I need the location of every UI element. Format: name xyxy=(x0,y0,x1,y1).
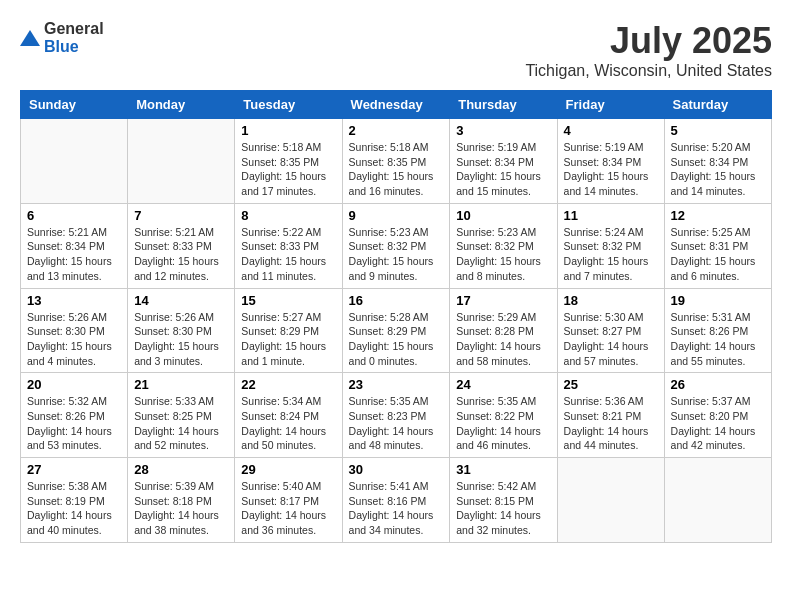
calendar-day-cell: 26Sunrise: 5:37 AM Sunset: 8:20 PM Dayli… xyxy=(664,373,771,458)
logo-icon xyxy=(20,30,40,46)
day-number: 3 xyxy=(456,123,550,138)
calendar-day-cell: 16Sunrise: 5:28 AM Sunset: 8:29 PM Dayli… xyxy=(342,288,450,373)
calendar-day-cell: 29Sunrise: 5:40 AM Sunset: 8:17 PM Dayli… xyxy=(235,458,342,543)
day-info: Sunrise: 5:20 AM Sunset: 8:34 PM Dayligh… xyxy=(671,140,765,199)
calendar-table: SundayMondayTuesdayWednesdayThursdayFrid… xyxy=(20,90,772,543)
day-info: Sunrise: 5:24 AM Sunset: 8:32 PM Dayligh… xyxy=(564,225,658,284)
calendar-day-cell: 23Sunrise: 5:35 AM Sunset: 8:23 PM Dayli… xyxy=(342,373,450,458)
day-info: Sunrise: 5:18 AM Sunset: 8:35 PM Dayligh… xyxy=(349,140,444,199)
calendar-day-cell: 18Sunrise: 5:30 AM Sunset: 8:27 PM Dayli… xyxy=(557,288,664,373)
day-number: 17 xyxy=(456,293,550,308)
location-title: Tichigan, Wisconsin, United States xyxy=(525,62,772,80)
day-info: Sunrise: 5:32 AM Sunset: 8:26 PM Dayligh… xyxy=(27,394,121,453)
day-number: 21 xyxy=(134,377,228,392)
calendar-day-cell: 28Sunrise: 5:39 AM Sunset: 8:18 PM Dayli… xyxy=(128,458,235,543)
calendar-day-cell: 20Sunrise: 5:32 AM Sunset: 8:26 PM Dayli… xyxy=(21,373,128,458)
day-info: Sunrise: 5:18 AM Sunset: 8:35 PM Dayligh… xyxy=(241,140,335,199)
day-number: 1 xyxy=(241,123,335,138)
day-info: Sunrise: 5:42 AM Sunset: 8:15 PM Dayligh… xyxy=(456,479,550,538)
calendar-day-cell xyxy=(664,458,771,543)
day-number: 6 xyxy=(27,208,121,223)
calendar-week-row: 6Sunrise: 5:21 AM Sunset: 8:34 PM Daylig… xyxy=(21,203,772,288)
logo: General Blue xyxy=(20,20,104,55)
calendar-day-cell: 1Sunrise: 5:18 AM Sunset: 8:35 PM Daylig… xyxy=(235,119,342,204)
day-info: Sunrise: 5:37 AM Sunset: 8:20 PM Dayligh… xyxy=(671,394,765,453)
logo-blue: Blue xyxy=(44,38,104,56)
calendar-day-cell: 17Sunrise: 5:29 AM Sunset: 8:28 PM Dayli… xyxy=(450,288,557,373)
calendar-day-cell: 21Sunrise: 5:33 AM Sunset: 8:25 PM Dayli… xyxy=(128,373,235,458)
day-info: Sunrise: 5:28 AM Sunset: 8:29 PM Dayligh… xyxy=(349,310,444,369)
calendar-week-row: 27Sunrise: 5:38 AM Sunset: 8:19 PM Dayli… xyxy=(21,458,772,543)
day-number: 30 xyxy=(349,462,444,477)
calendar-day-cell: 15Sunrise: 5:27 AM Sunset: 8:29 PM Dayli… xyxy=(235,288,342,373)
day-info: Sunrise: 5:26 AM Sunset: 8:30 PM Dayligh… xyxy=(134,310,228,369)
calendar-day-cell: 31Sunrise: 5:42 AM Sunset: 8:15 PM Dayli… xyxy=(450,458,557,543)
day-info: Sunrise: 5:25 AM Sunset: 8:31 PM Dayligh… xyxy=(671,225,765,284)
day-of-week-header: Friday xyxy=(557,91,664,119)
calendar-day-cell: 3Sunrise: 5:19 AM Sunset: 8:34 PM Daylig… xyxy=(450,119,557,204)
day-number: 18 xyxy=(564,293,658,308)
day-info: Sunrise: 5:29 AM Sunset: 8:28 PM Dayligh… xyxy=(456,310,550,369)
day-number: 9 xyxy=(349,208,444,223)
day-info: Sunrise: 5:26 AM Sunset: 8:30 PM Dayligh… xyxy=(27,310,121,369)
day-number: 8 xyxy=(241,208,335,223)
day-info: Sunrise: 5:41 AM Sunset: 8:16 PM Dayligh… xyxy=(349,479,444,538)
day-of-week-header: Sunday xyxy=(21,91,128,119)
day-info: Sunrise: 5:35 AM Sunset: 8:22 PM Dayligh… xyxy=(456,394,550,453)
day-number: 27 xyxy=(27,462,121,477)
day-number: 14 xyxy=(134,293,228,308)
day-number: 10 xyxy=(456,208,550,223)
day-number: 2 xyxy=(349,123,444,138)
day-of-week-header: Wednesday xyxy=(342,91,450,119)
day-info: Sunrise: 5:30 AM Sunset: 8:27 PM Dayligh… xyxy=(564,310,658,369)
day-info: Sunrise: 5:38 AM Sunset: 8:19 PM Dayligh… xyxy=(27,479,121,538)
day-info: Sunrise: 5:27 AM Sunset: 8:29 PM Dayligh… xyxy=(241,310,335,369)
calendar-day-cell: 11Sunrise: 5:24 AM Sunset: 8:32 PM Dayli… xyxy=(557,203,664,288)
day-info: Sunrise: 5:19 AM Sunset: 8:34 PM Dayligh… xyxy=(456,140,550,199)
calendar-day-cell: 9Sunrise: 5:23 AM Sunset: 8:32 PM Daylig… xyxy=(342,203,450,288)
calendar-day-cell: 12Sunrise: 5:25 AM Sunset: 8:31 PM Dayli… xyxy=(664,203,771,288)
month-title: July 2025 xyxy=(525,20,772,62)
logo-text: General Blue xyxy=(44,20,104,55)
day-number: 24 xyxy=(456,377,550,392)
calendar-day-cell xyxy=(557,458,664,543)
day-number: 22 xyxy=(241,377,335,392)
day-number: 20 xyxy=(27,377,121,392)
day-info: Sunrise: 5:21 AM Sunset: 8:33 PM Dayligh… xyxy=(134,225,228,284)
calendar-day-cell: 10Sunrise: 5:23 AM Sunset: 8:32 PM Dayli… xyxy=(450,203,557,288)
day-number: 12 xyxy=(671,208,765,223)
day-number: 19 xyxy=(671,293,765,308)
calendar-day-cell: 30Sunrise: 5:41 AM Sunset: 8:16 PM Dayli… xyxy=(342,458,450,543)
calendar-day-cell: 7Sunrise: 5:21 AM Sunset: 8:33 PM Daylig… xyxy=(128,203,235,288)
page-header: General Blue July 2025 Tichigan, Wiscons… xyxy=(20,20,772,80)
day-info: Sunrise: 5:23 AM Sunset: 8:32 PM Dayligh… xyxy=(349,225,444,284)
day-number: 11 xyxy=(564,208,658,223)
calendar-day-cell: 8Sunrise: 5:22 AM Sunset: 8:33 PM Daylig… xyxy=(235,203,342,288)
calendar-day-cell: 14Sunrise: 5:26 AM Sunset: 8:30 PM Dayli… xyxy=(128,288,235,373)
day-info: Sunrise: 5:39 AM Sunset: 8:18 PM Dayligh… xyxy=(134,479,228,538)
day-number: 16 xyxy=(349,293,444,308)
calendar-day-cell xyxy=(21,119,128,204)
calendar-day-cell: 25Sunrise: 5:36 AM Sunset: 8:21 PM Dayli… xyxy=(557,373,664,458)
day-info: Sunrise: 5:36 AM Sunset: 8:21 PM Dayligh… xyxy=(564,394,658,453)
day-number: 13 xyxy=(27,293,121,308)
calendar-day-cell: 24Sunrise: 5:35 AM Sunset: 8:22 PM Dayli… xyxy=(450,373,557,458)
calendar-day-cell xyxy=(128,119,235,204)
calendar-day-cell: 27Sunrise: 5:38 AM Sunset: 8:19 PM Dayli… xyxy=(21,458,128,543)
calendar-day-cell: 6Sunrise: 5:21 AM Sunset: 8:34 PM Daylig… xyxy=(21,203,128,288)
day-info: Sunrise: 5:31 AM Sunset: 8:26 PM Dayligh… xyxy=(671,310,765,369)
day-number: 26 xyxy=(671,377,765,392)
calendar-header-row: SundayMondayTuesdayWednesdayThursdayFrid… xyxy=(21,91,772,119)
logo-general: General xyxy=(44,20,104,38)
day-of-week-header: Monday xyxy=(128,91,235,119)
day-info: Sunrise: 5:21 AM Sunset: 8:34 PM Dayligh… xyxy=(27,225,121,284)
day-of-week-header: Tuesday xyxy=(235,91,342,119)
calendar-day-cell: 5Sunrise: 5:20 AM Sunset: 8:34 PM Daylig… xyxy=(664,119,771,204)
day-info: Sunrise: 5:33 AM Sunset: 8:25 PM Dayligh… xyxy=(134,394,228,453)
day-number: 28 xyxy=(134,462,228,477)
calendar-week-row: 13Sunrise: 5:26 AM Sunset: 8:30 PM Dayli… xyxy=(21,288,772,373)
day-of-week-header: Thursday xyxy=(450,91,557,119)
day-info: Sunrise: 5:40 AM Sunset: 8:17 PM Dayligh… xyxy=(241,479,335,538)
day-info: Sunrise: 5:22 AM Sunset: 8:33 PM Dayligh… xyxy=(241,225,335,284)
day-of-week-header: Saturday xyxy=(664,91,771,119)
